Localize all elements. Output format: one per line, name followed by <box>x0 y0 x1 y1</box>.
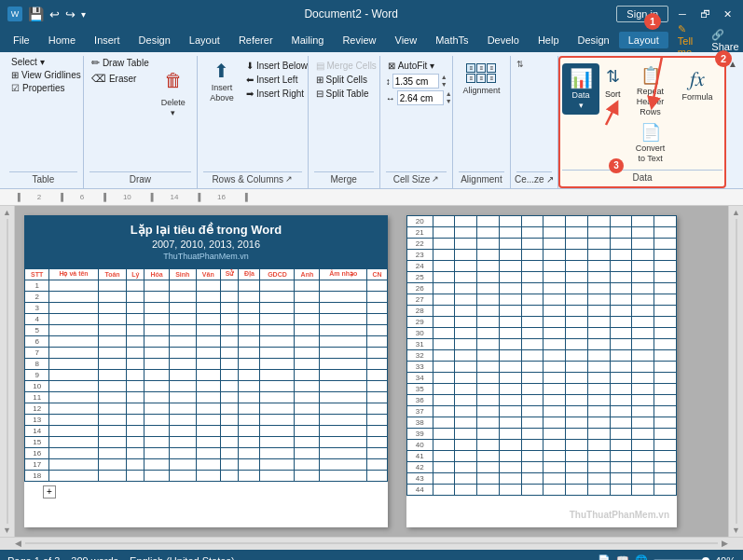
save-icon[interactable]: 💾 <box>28 7 44 21</box>
menu-design[interactable]: Design <box>130 32 180 48</box>
table-cell: 25 <box>407 271 433 282</box>
split-table-button[interactable]: ⊟ Split Table <box>314 88 371 100</box>
left-scrollbar[interactable]: ▲ ▼ <box>0 206 15 537</box>
table-cell <box>320 335 367 347</box>
right-scrollbar[interactable]: ▲ ▼ <box>728 206 743 537</box>
height-spinner[interactable]: ▲▼ <box>441 74 447 89</box>
menu-view[interactable]: View <box>386 32 427 48</box>
undo-icon[interactable]: ↩ <box>49 7 60 21</box>
formula-button[interactable]: 𝑓𝑥 Formula <box>679 63 717 104</box>
view-gridlines-button[interactable]: ⊞ View Gridlines <box>9 69 83 81</box>
table-cell <box>367 335 388 347</box>
menu-design2[interactable]: Design <box>569 32 619 48</box>
insert-above-button[interactable]: ⬆ InsertAbove <box>203 56 241 107</box>
draw-table-button[interactable]: ✏ Draw Table <box>89 56 151 70</box>
convert-to-text-button[interactable]: 📄 Convertto Text <box>626 120 675 166</box>
menu-layout-tab[interactable]: Layout <box>619 32 668 48</box>
table-cell <box>49 458 98 470</box>
properties-button[interactable]: ☑ Properties <box>9 82 67 94</box>
split-cells-button[interactable]: ⊞ Split Cells <box>314 74 369 86</box>
table-cell <box>654 417 677 428</box>
centering-expand[interactable]: ↗ <box>546 174 554 184</box>
table-cell <box>320 458 367 470</box>
menu-mathts[interactable]: MathTs <box>426 32 477 48</box>
insert-left-icon: ⬅ <box>246 75 254 85</box>
table-cell <box>521 372 543 383</box>
table-cell <box>433 316 455 327</box>
table-row: 11 <box>25 391 388 403</box>
table-cell <box>654 294 677 305</box>
bottom-scrollbar[interactable]: ◀ ▶ <box>0 537 743 550</box>
data-sub-buttons: ⇅ Sort <box>603 63 623 100</box>
table-row: 38 <box>407 417 677 428</box>
menu-layout-main[interactable]: Layout <box>180 32 229 48</box>
menu-review[interactable]: Review <box>333 32 385 48</box>
table-cell <box>433 282 455 294</box>
sort-button[interactable]: ⇅ Sort <box>603 65 623 100</box>
table-cell <box>196 324 220 335</box>
insert-below-button[interactable]: ⬇ Insert Below <box>244 60 310 72</box>
cell-size-expand[interactable]: ↗ <box>432 174 439 184</box>
width-spinner[interactable]: ▲▼ <box>446 90 452 105</box>
view-read-icon[interactable]: 📖 <box>616 554 629 560</box>
table-cell <box>521 405 543 417</box>
scroll-bottom-track <box>25 542 718 544</box>
table-row: 17 <box>25 458 388 470</box>
table-cell <box>49 470 98 481</box>
scroll-left-icon[interactable]: ◀ <box>15 539 21 548</box>
menu-insert[interactable]: Insert <box>85 32 130 48</box>
table-row: 32 <box>407 349 677 361</box>
table-cell <box>654 215 677 226</box>
width-input-row: ↔ ▲▼ <box>386 90 452 105</box>
insert-left-button[interactable]: ⬅ Insert Left <box>244 74 310 86</box>
table-cell <box>320 447 367 458</box>
view-web-icon[interactable]: 🌐 <box>635 554 648 560</box>
split-table-label: Split Table <box>326 89 369 99</box>
view-normal-icon[interactable]: 📄 <box>598 554 611 560</box>
zoom-level: 40% <box>715 555 736 560</box>
scroll-right-up[interactable]: ▲ <box>732 208 740 217</box>
menu-mailing[interactable]: Mailing <box>282 32 334 48</box>
menu-file[interactable]: File <box>4 32 39 48</box>
table-cell <box>98 369 127 380</box>
close-button[interactable]: ✕ <box>719 6 736 22</box>
table-cell <box>654 361 677 372</box>
table-anchor[interactable]: + <box>43 485 56 499</box>
menu-develo[interactable]: Develo <box>478 32 529 48</box>
table-group: Select ▾ ⊞ View Gridlines ☑ Properties T… <box>4 56 84 188</box>
eraser-button[interactable]: ⌫ Eraser <box>89 72 151 86</box>
repeat-header-rows-button[interactable]: 📋 RepeatHeader Rows <box>626 63 675 118</box>
table-cell <box>127 380 144 391</box>
table-row: 26 <box>407 282 677 294</box>
menu-referer[interactable]: Referer <box>229 32 282 48</box>
table-row: 1 <box>25 280 388 291</box>
data-button[interactable]: 📊 Data▾ <box>562 63 599 115</box>
table-cell <box>499 215 521 226</box>
table-cell <box>367 369 388 380</box>
scroll-right-icon[interactable]: ▶ <box>722 539 728 548</box>
menu-home[interactable]: Home <box>39 32 85 48</box>
scroll-up-icon[interactable]: ▲ <box>3 208 11 217</box>
select-button[interactable]: Select ▾ <box>9 56 47 68</box>
table-cell <box>433 405 455 417</box>
autofit-button[interactable]: ⊠ AutoFit ▾ <box>386 60 436 72</box>
height-input[interactable] <box>392 74 439 89</box>
table-cell <box>477 282 500 294</box>
alignment-button[interactable]: ≡ ≡ ≡ ≡ ≡ ≡ Alignment <box>459 60 503 100</box>
scroll-right-down[interactable]: ▼ <box>732 526 740 535</box>
insert-right-button[interactable]: ➡ Insert Right <box>244 88 310 100</box>
left-page: + Lặp lại tiêu đề trong Word 2007, 2010,… <box>24 215 388 527</box>
table-cell <box>543 405 566 417</box>
table-cell: 1 <box>25 280 49 291</box>
scroll-down-icon[interactable]: ▼ <box>3 526 11 535</box>
table-cell <box>543 349 566 361</box>
table-cell: 33 <box>407 361 433 372</box>
table-cell <box>98 335 127 347</box>
width-input[interactable] <box>397 90 444 105</box>
rows-columns-expand[interactable]: ↗ <box>285 174 293 184</box>
delete-button[interactable]: 🗑 Delete▾ <box>155 60 192 122</box>
menu-help[interactable]: Help <box>529 32 569 48</box>
table-cell <box>144 369 169 380</box>
col-su: Sử <box>220 268 239 280</box>
redo-icon[interactable]: ↪ <box>65 7 76 21</box>
